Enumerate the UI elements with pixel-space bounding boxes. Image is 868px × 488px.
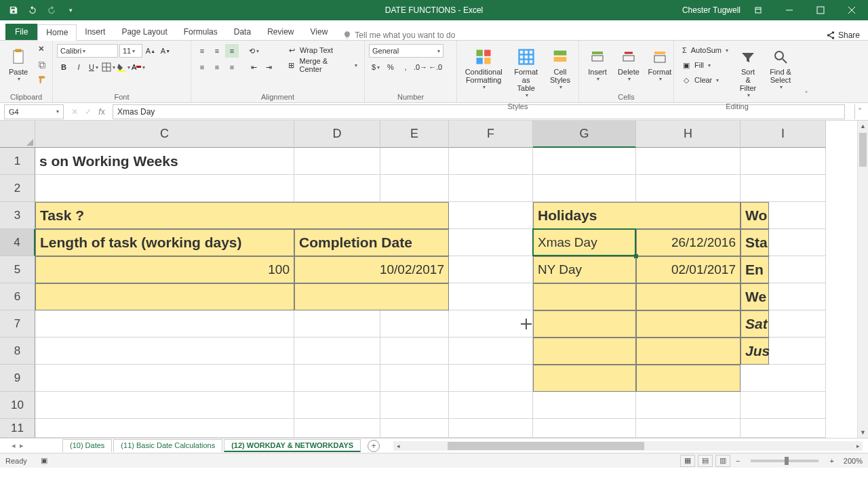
font-color-icon[interactable]: A▾ xyxy=(132,60,145,74)
cell[interactable]: NY Day xyxy=(533,256,636,283)
paste-button[interactable]: Paste ▾ xyxy=(4,43,33,85)
cell[interactable] xyxy=(741,365,826,392)
close-icon[interactable] xyxy=(838,0,865,20)
zoom-level[interactable]: 200% xyxy=(844,457,863,465)
cell[interactable] xyxy=(533,175,636,202)
cell[interactable]: Sta xyxy=(741,229,769,256)
tab-formulas[interactable]: Formulas xyxy=(176,24,226,40)
accounting-icon[interactable]: $▾ xyxy=(369,60,382,74)
name-box[interactable]: G4▾ xyxy=(4,104,64,119)
cell[interactable] xyxy=(380,338,449,365)
align-right-icon[interactable]: ≡ xyxy=(225,60,239,74)
cell[interactable] xyxy=(636,283,741,310)
insert-cells-button[interactable]: Insert▾ xyxy=(583,43,612,85)
cell[interactable]: Task ? xyxy=(35,202,449,229)
percent-icon[interactable]: % xyxy=(384,60,397,74)
cell[interactable] xyxy=(35,365,294,392)
page-layout-view-icon[interactable]: ▤ xyxy=(698,455,713,467)
sort-filter-button[interactable]: Sort & Filter▾ xyxy=(734,43,762,101)
cell[interactable] xyxy=(636,175,741,202)
collapse-ribbon-icon[interactable]: ˄ xyxy=(800,41,812,102)
undo-icon[interactable] xyxy=(24,2,41,18)
redo-icon[interactable] xyxy=(43,2,60,18)
cell[interactable]: Completion Date xyxy=(294,229,449,256)
cell[interactable] xyxy=(449,202,533,229)
sheet-tab[interactable]: (12) WORKDAY & NETWORKDAYS xyxy=(224,439,361,452)
cell[interactable] xyxy=(533,283,636,310)
page-break-view-icon[interactable]: ▥ xyxy=(715,455,730,467)
cell[interactable] xyxy=(449,419,533,438)
scroll-left-icon[interactable]: ◂ xyxy=(393,441,403,451)
maximize-icon[interactable] xyxy=(807,0,834,20)
delete-cells-button[interactable]: Delete▾ xyxy=(614,43,643,85)
cell[interactable] xyxy=(636,392,741,419)
copy-icon[interactable] xyxy=(35,58,49,72)
cell[interactable]: 02/01/2017 xyxy=(636,256,741,283)
decrease-indent-icon[interactable]: ⇤ xyxy=(247,60,260,74)
tab-review[interactable]: Review xyxy=(259,24,302,40)
macro-record-icon[interactable]: ▣ xyxy=(41,456,47,465)
cell[interactable] xyxy=(380,148,449,175)
cell[interactable] xyxy=(294,310,380,338)
zoom-slider[interactable] xyxy=(751,460,818,462)
comma-icon[interactable]: , xyxy=(399,60,412,74)
zoom-out-icon[interactable]: − xyxy=(733,457,743,465)
column-header[interactable]: C xyxy=(35,121,294,148)
borders-icon[interactable]: ▾ xyxy=(102,60,115,74)
align-middle-icon[interactable]: ≡ xyxy=(210,44,224,58)
tab-insert[interactable]: Insert xyxy=(77,24,113,40)
cell[interactable] xyxy=(449,175,533,202)
cell[interactable]: We xyxy=(741,283,769,310)
cell[interactable]: Length of task (working days) xyxy=(35,229,294,256)
scroll-down-icon[interactable]: ▼ xyxy=(858,427,868,438)
cell[interactable]: 10/02/2017 xyxy=(294,256,449,283)
cell[interactable] xyxy=(533,392,636,419)
sheet-tab[interactable]: (10) Dates xyxy=(62,439,112,452)
cell[interactable]: En xyxy=(741,256,769,283)
cell[interactable] xyxy=(636,338,741,365)
prev-sheet-icon[interactable]: ◂ xyxy=(12,441,16,450)
expand-formula-bar-icon[interactable]: ˅ xyxy=(854,104,864,119)
orientation-icon[interactable]: ⟲▾ xyxy=(247,44,260,58)
increase-font-icon[interactable]: A▲ xyxy=(144,44,157,58)
row-header[interactable]: 8 xyxy=(0,338,35,365)
fill-color-icon[interactable]: ▾ xyxy=(117,60,130,74)
scroll-up-icon[interactable]: ▲ xyxy=(858,121,868,131)
cell[interactable] xyxy=(294,148,380,175)
align-center-icon[interactable]: ≡ xyxy=(210,60,224,74)
cell[interactable] xyxy=(35,310,294,338)
cell[interactable] xyxy=(636,148,741,175)
normal-view-icon[interactable]: ▦ xyxy=(680,455,695,467)
autosum-button[interactable]: ΣAutoSum▾ xyxy=(678,43,731,57)
row-header[interactable]: 3 xyxy=(0,202,35,229)
cell[interactable] xyxy=(35,419,294,438)
row-header[interactable]: 7 xyxy=(0,310,35,338)
cell[interactable] xyxy=(533,365,636,392)
cell[interactable] xyxy=(294,283,449,310)
format-cells-button[interactable]: Format▾ xyxy=(646,43,674,85)
vertical-scrollbar[interactable]: ▲ ▼ xyxy=(857,121,868,438)
tab-file[interactable]: File xyxy=(5,24,37,40)
cell[interactable]: 100 xyxy=(35,256,294,283)
underline-icon[interactable]: U▾ xyxy=(87,60,100,74)
cell[interactable] xyxy=(449,256,533,283)
cell[interactable]: 26/12/2016 xyxy=(636,229,741,256)
cell[interactable]: Sat xyxy=(741,310,769,338)
ribbon-display-icon[interactable] xyxy=(745,0,772,20)
row-header[interactable]: 2 xyxy=(0,175,35,202)
cell[interactable] xyxy=(35,283,294,310)
scroll-thumb[interactable] xyxy=(859,133,867,167)
align-left-icon[interactable]: ≡ xyxy=(195,60,209,74)
zoom-in-icon[interactable]: + xyxy=(827,457,836,465)
cell[interactable] xyxy=(294,365,380,392)
cell[interactable] xyxy=(533,419,636,438)
row-header[interactable]: 1 xyxy=(0,148,35,175)
decrease-font-icon[interactable]: A▼ xyxy=(159,44,172,58)
column-header[interactable]: H xyxy=(636,121,741,148)
cell[interactable] xyxy=(741,175,826,202)
italic-icon[interactable]: I xyxy=(72,60,85,74)
cell[interactable]: Wo xyxy=(741,202,769,229)
cell[interactable] xyxy=(449,148,533,175)
cell[interactable] xyxy=(449,283,533,310)
cell[interactable] xyxy=(636,310,741,338)
